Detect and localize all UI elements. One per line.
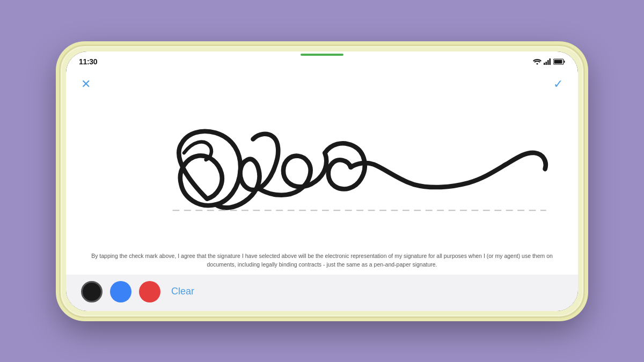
color-red-button[interactable] — [139, 281, 160, 302]
notch-bar — [301, 54, 343, 56]
svg-rect-1 — [544, 63, 545, 65]
clear-button[interactable]: Clear — [171, 286, 194, 297]
app-content: ✕ ✓ — [66, 71, 578, 311]
status-icons — [533, 58, 565, 65]
battery-icon — [553, 58, 565, 65]
svg-rect-3 — [547, 60, 549, 65]
color-blue-button[interactable] — [110, 281, 131, 302]
color-black-button[interactable] — [81, 281, 103, 302]
svg-rect-2 — [546, 62, 547, 65]
status-bar: 11:30 — [66, 51, 578, 71]
phone-frame: 11:30 — [59, 45, 585, 318]
wifi-icon — [533, 58, 541, 65]
legal-text-area: By tapping the check mark above, I agree… — [66, 245, 578, 275]
status-time: 11:30 — [79, 57, 97, 66]
phone-inner: 11:30 — [66, 51, 578, 311]
bottom-bar: Clear — [66, 275, 578, 311]
signal-icon — [544, 58, 551, 65]
phone-wrapper: 11:30 — [59, 45, 585, 318]
confirm-button[interactable]: ✓ — [553, 78, 563, 90]
signature-area[interactable] — [66, 95, 578, 245]
svg-point-0 — [537, 63, 538, 64]
legal-text: By tapping the check mark above, I agree… — [87, 252, 557, 269]
screen: 11:30 — [66, 51, 578, 311]
svg-rect-6 — [564, 61, 565, 63]
svg-rect-7 — [554, 60, 562, 63]
signature-canvas[interactable] — [66, 95, 578, 245]
notch-area — [301, 51, 343, 56]
close-button[interactable]: ✕ — [81, 78, 91, 90]
app-header: ✕ ✓ — [66, 71, 578, 95]
svg-rect-4 — [550, 58, 551, 65]
